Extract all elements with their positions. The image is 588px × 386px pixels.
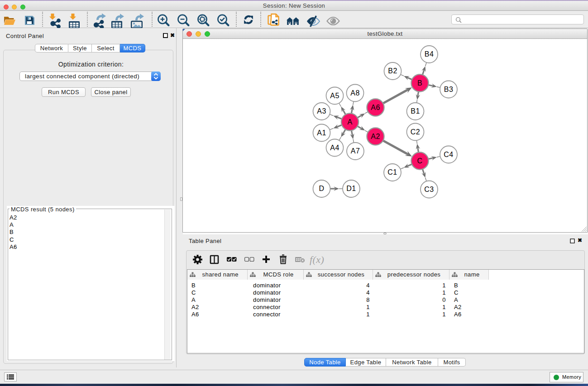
svg-text:A6: A6 — [371, 104, 380, 111]
svg-text:C3: C3 — [424, 186, 434, 193]
svg-text:B: B — [417, 79, 422, 87]
svg-text:B4: B4 — [424, 50, 433, 58]
svg-text:B2: B2 — [388, 67, 397, 75]
svg-text:A3: A3 — [317, 107, 326, 115]
svg-text:B1: B1 — [411, 107, 420, 115]
svg-text:A7: A7 — [350, 147, 359, 155]
svg-text:B3: B3 — [444, 86, 453, 93]
svg-text:A2: A2 — [371, 133, 380, 140]
svg-text:A5: A5 — [330, 92, 339, 100]
svg-text:D: D — [319, 185, 324, 192]
svg-text:C4: C4 — [444, 151, 453, 158]
svg-text:D1: D1 — [346, 185, 356, 192]
svg-text:C2: C2 — [410, 128, 420, 136]
svg-text:A: A — [347, 118, 352, 126]
svg-text:C: C — [417, 157, 422, 165]
svg-text:A8: A8 — [350, 89, 359, 97]
svg-text:A1: A1 — [317, 129, 326, 137]
svg-text:C1: C1 — [387, 168, 397, 176]
svg-text:A4: A4 — [330, 144, 339, 152]
